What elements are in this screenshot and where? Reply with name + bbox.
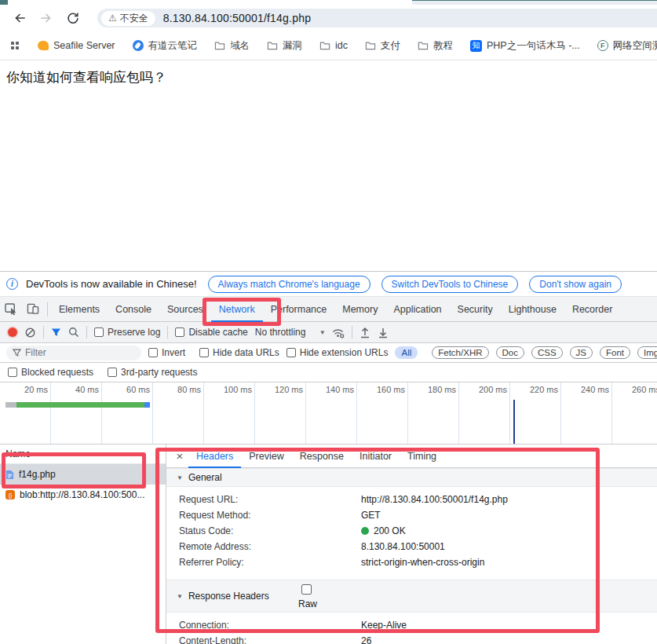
back-icon xyxy=(13,12,26,24)
clear-icon xyxy=(24,327,36,338)
apps-grid-icon[interactable] xyxy=(11,42,19,49)
detail-tab-initiator[interactable]: Initiator xyxy=(352,445,400,468)
toolbar-divider xyxy=(43,326,44,338)
filter-input[interactable] xyxy=(25,347,135,358)
devtools-panel: i DevTools is now available in Chinese! … xyxy=(0,271,657,644)
filter-type-fetch-xhr[interactable]: Fetch/XHR xyxy=(432,346,488,359)
general-section-header[interactable]: ▼ General xyxy=(166,468,657,487)
invert-checkbox[interactable]: Invert xyxy=(148,347,185,358)
search-button[interactable] xyxy=(68,327,79,338)
checkbox-icon[interactable] xyxy=(199,348,209,357)
record-button[interactable] xyxy=(8,327,17,337)
detail-tab-headers[interactable]: Headers xyxy=(188,445,241,468)
bookmark-folder-domain[interactable]: 域名 xyxy=(214,39,250,53)
address-bar[interactable]: ⚠ 不安全 8.130.84.100:50001/f14g.php xyxy=(97,9,657,27)
match-language-button[interactable]: Always match Chrome's language xyxy=(208,276,370,293)
detail-tab-preview[interactable]: Preview xyxy=(241,445,291,468)
tab-recorder[interactable]: Recorder xyxy=(564,297,620,322)
hide-data-urls-checkbox[interactable]: Hide data URLs xyxy=(199,347,279,358)
bookmark-folder-pay[interactable]: 支付 xyxy=(365,39,400,53)
checkbox-icon[interactable] xyxy=(94,327,104,337)
search-icon xyxy=(68,327,79,338)
bookmark-fofa[interactable]: F 网络空间测 xyxy=(597,39,657,53)
timeline-tick: 120 ms xyxy=(255,382,306,444)
response-headers-section-header[interactable]: ▼ Response Headers Raw xyxy=(166,580,657,613)
close-icon[interactable]: × xyxy=(171,449,188,463)
device-toolbar-button[interactable] xyxy=(22,297,44,322)
header-row-status-code: Status Code: 200 OK xyxy=(166,523,657,539)
tab-elements[interactable]: Elements xyxy=(51,297,108,322)
third-party-requests-checkbox[interactable]: 3rd-party requests xyxy=(108,367,197,378)
tab-application[interactable]: Application xyxy=(385,297,449,322)
tab-sources[interactable]: Sources xyxy=(159,297,211,322)
filter-type-css[interactable]: CSS xyxy=(531,346,563,359)
filter-type-js[interactable]: JS xyxy=(570,346,593,359)
bookmark-folder-vuln[interactable]: 漏洞 xyxy=(267,39,302,53)
checkbox-icon[interactable] xyxy=(175,327,184,337)
back-button[interactable] xyxy=(9,8,30,28)
page-content: 你知道如何查看响应包吗？ xyxy=(0,60,657,271)
bookmark-zhihu-php[interactable]: 知 PHP之一句话木马 -... xyxy=(470,39,580,53)
tab-console[interactable]: Console xyxy=(108,297,159,322)
switch-chinese-button[interactable]: Switch DevTools to Chinese xyxy=(381,276,519,293)
tab-performance[interactable]: Performance xyxy=(263,297,335,322)
checkbox-icon[interactable] xyxy=(148,348,158,357)
url-text[interactable]: 8.130.84.100:50001/f14g.php xyxy=(163,12,311,24)
filter-type-doc[interactable]: Doc xyxy=(496,346,524,359)
checkbox-icon[interactable] xyxy=(8,368,17,377)
header-label: Referrer Policy: xyxy=(179,557,361,568)
disable-cache-checkbox[interactable]: Disable cache xyxy=(175,327,247,338)
youdao-icon xyxy=(133,40,144,51)
name-column-header[interactable]: Name xyxy=(0,445,166,464)
hide-extension-urls-checkbox[interactable]: Hide extension URLs xyxy=(287,347,389,358)
bookmark-folder-tutorial[interactable]: 教程 xyxy=(418,39,453,53)
checkbox-icon[interactable] xyxy=(108,368,117,377)
reload-button[interactable] xyxy=(63,8,83,28)
filter-input-wrap[interactable] xyxy=(6,346,141,360)
header-value: 8.130.84.100:50001 xyxy=(361,541,445,552)
filter-type-all[interactable]: All xyxy=(395,346,418,359)
blocked-requests-checkbox[interactable]: Blocked requests xyxy=(8,367,93,378)
detail-tab-response[interactable]: Response xyxy=(292,445,352,468)
filter-type-img[interactable]: Img xyxy=(637,346,657,359)
detail-tab-timing[interactable]: Timing xyxy=(400,445,444,468)
export-har-button[interactable] xyxy=(378,327,389,338)
tab-lighthouse[interactable]: Lighthouse xyxy=(501,297,564,322)
network-filter-row: Invert Hide data URLs Hide extension URL… xyxy=(0,343,657,363)
preserve-log-checkbox[interactable]: Preserve log xyxy=(94,327,160,338)
dont-show-again-button[interactable]: Don't show again xyxy=(529,276,622,293)
timeline-tick: 200 ms xyxy=(459,382,510,444)
blocked-requests-label: Blocked requests xyxy=(21,367,93,378)
toolbar-divider xyxy=(167,326,168,338)
inspect-element-button[interactable] xyxy=(0,297,22,322)
request-row-blob[interactable]: {} blob:http://8.130.84.100:500... xyxy=(0,485,166,505)
bookmark-folder-idc[interactable]: idc xyxy=(319,40,348,51)
network-overview-timeline[interactable]: 20 ms 40 ms 60 ms 80 ms 100 ms 120 ms 14… xyxy=(0,382,657,445)
bookmark-label: 支付 xyxy=(381,39,400,53)
filter-type-font[interactable]: Font xyxy=(600,346,630,359)
general-section-title: General xyxy=(188,472,222,483)
filter-toggle-button[interactable] xyxy=(51,327,61,337)
bookmark-seafile[interactable]: Seafile Server xyxy=(38,40,115,51)
security-chip[interactable]: ⚠ 不安全 xyxy=(101,11,155,26)
network-conditions-button[interactable] xyxy=(331,327,345,338)
throttling-dropdown[interactable]: No throttling ▾ xyxy=(255,327,324,338)
tab-network[interactable]: Network xyxy=(211,297,263,322)
tab-memory[interactable]: Memory xyxy=(334,297,385,322)
header-value: strict-origin-when-cross-origin xyxy=(361,557,484,568)
disclosure-triangle-icon: ▼ xyxy=(177,593,183,600)
raw-checkbox[interactable] xyxy=(301,584,312,595)
page-heading: 你知道如何查看响应包吗？ xyxy=(6,68,651,86)
request-row-f14g[interactable]: f14g.php xyxy=(0,464,166,485)
tab-security[interactable]: Security xyxy=(450,297,501,322)
clear-button[interactable] xyxy=(24,327,36,338)
bookmark-label: 漏洞 xyxy=(283,39,302,53)
warning-icon: ⚠ xyxy=(108,13,117,23)
checkbox-icon[interactable] xyxy=(287,348,296,357)
bookmark-youdao[interactable]: 有道云笔记 xyxy=(133,39,198,53)
import-har-button[interactable] xyxy=(360,327,370,338)
forward-button[interactable] xyxy=(36,8,57,28)
timeline-tick: 60 ms xyxy=(102,382,153,444)
header-row-connection: Connection: Keep-Alive xyxy=(166,617,657,633)
raw-label: Raw xyxy=(298,598,317,609)
